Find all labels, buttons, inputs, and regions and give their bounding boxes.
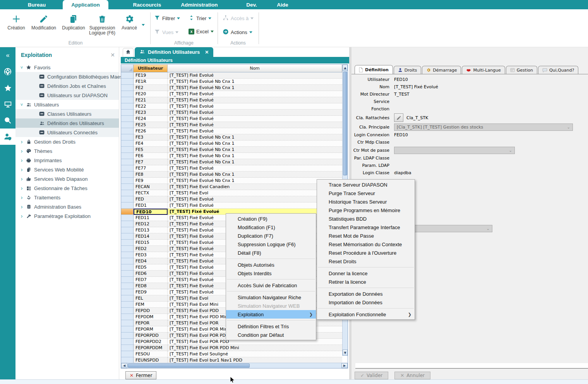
menu-item-duplication-f7[interactable]: Duplication (F7) [226,231,316,240]
cell-nom[interactable]: [T_TEST] Fixé Evolué [168,97,342,103]
menu-aide[interactable]: Aide [269,0,296,9]
cell-utilisateur[interactable]: FE77 [134,165,168,171]
row-selector[interactable] [121,184,134,190]
modification-button[interactable]: Modification [29,12,59,31]
chevron-down-icon[interactable]: ˅ [19,102,25,107]
cell-utilisateur[interactable]: FESOU [134,351,168,357]
table-row-FEPORPDDM[interactable]: FEPORPDDM[T_TEST] Fixé Evol POR PDD Mini [121,345,348,351]
table-row-FE8[interactable]: FE8[T_TEST] Fixé Evolué Nb Cnx 1 [121,171,348,178]
tab-home[interactable] [123,48,134,57]
cell-nom[interactable]: [T_TEST] Fixé Evolué [168,202,342,209]
cell-utilisateur[interactable]: FE22 [134,103,168,110]
cell-nom[interactable]: [T_TEST] Fixé Evolué Nb Cnx 1 [168,178,342,184]
row-selector[interactable] [121,128,134,134]
cell-nom[interactable]: [T_TEST] Fixé Evolué [168,110,342,116]
row-selector[interactable] [121,233,134,240]
menu-item-objets-autoris-s[interactable]: Objets Autorisés [226,261,316,269]
cell-nom[interactable]: [T_TEST] Fixé Evolué [168,196,342,202]
field-value-nom[interactable]: [T_TEST] Fixé Evolué [394,84,438,89]
cell-utilisateur[interactable]: FE26 [134,128,168,134]
table-row-FE3[interactable]: FE3[T_TEST] Fixé Evolué Nb Cnx 1 [121,134,348,141]
rail-collapse-icon[interactable]: « [0,47,15,63]
row-selector[interactable] [121,258,134,264]
sidebar-item-utilisateurs-connect-s[interactable]: Utilisateurs Connectés [15,128,119,137]
cell-utilisateur[interactable]: FED8 [134,283,168,289]
row-selector[interactable] [121,302,134,308]
sidebar-item-traitements[interactable]: ›Traitements [15,193,119,202]
table-row-FE6[interactable]: FE6[T_TEST] Fixé Evolué Nb Cnx 1 [121,153,348,159]
vertical-scroll-thumb[interactable] [343,72,347,175]
menu-item-importation-de-donn-es[interactable]: Importation de Données [317,298,415,307]
table-row-FE22[interactable]: FE22[T_TEST] Fixé Evolué [121,103,348,110]
cell-nom[interactable]: [T_TEST] Fixé Evol Souligné [168,351,342,357]
table-row-FE5[interactable]: FE5[T_TEST] Fixé Evolué Nb Cnx 1 [121,147,348,153]
row-selector[interactable] [121,277,134,283]
cell-utilisateur[interactable]: FEPORPDD2 [134,339,168,345]
cell-utilisateur[interactable]: FEPORM [134,326,168,333]
cell-utilisateur[interactable]: FE21 [134,97,168,103]
row-selector[interactable] [121,351,134,357]
field-value-login-classe[interactable]: diapdba [394,170,411,175]
rail-monitor-icon[interactable] [0,96,15,112]
cell-nom[interactable]: [T_TEST] Fixé Evolué Nb Cnx 1 [168,147,342,153]
rail-user-shield-icon[interactable] [0,129,15,145]
chevron-right-icon[interactable]: › [19,204,25,210]
menu-item-exportation-de-donn-es[interactable]: Exportation de Données [317,290,415,298]
cell-utilisateur[interactable]: FED12 [134,221,168,227]
cell-nom[interactable]: [T_TEST] Fixé Evolué Nb Cnx 1 [168,171,342,178]
table-row-FE77[interactable]: FE77[T_TEST] Fixé Evolué [121,165,348,171]
lookup-button-cla-rattach-es[interactable] [394,113,403,122]
sidebar-item-utilisateurs[interactable]: ˅Utilisateurs [15,100,119,109]
sidebar-item-services-web-mobilit[interactable]: ›Services Web Mobilité [15,165,119,174]
avance-caret-icon[interactable] [142,24,145,26]
menu-item-transfert-parametrage-interface[interactable]: Transfert Parametrage Interface [317,223,415,231]
row-selector[interactable] [121,221,134,227]
table-row-FECTX[interactable]: FECTX[T_TEST] Fixé Evol [121,190,348,196]
row-selector[interactable] [121,240,134,246]
cell-utilisateur[interactable]: FE24 [134,116,168,122]
menu-item-trace-serveur-diapason[interactable]: Trace Serveur DIAPASON [317,180,415,189]
actions-button[interactable]: Actions [223,29,252,36]
cell-nom[interactable]: [T_TEST] Fixé Evol [168,190,342,196]
cell-utilisateur[interactable]: FE6 [134,153,168,159]
duplication-button[interactable]: Duplication [60,12,87,31]
cell-nom[interactable]: [T_TEST] Fixé Evolué Nb Cnx 1 [168,134,342,141]
menu-application[interactable]: Application [63,0,108,9]
scroll-left-icon[interactable]: ◀ [121,363,127,368]
row-selector[interactable] [121,103,134,110]
cell-utilisateur[interactable]: FE20 [134,91,168,97]
row-selector[interactable] [121,314,134,320]
cell-utilisateur[interactable]: FED14 [134,233,168,240]
table-row-FE7[interactable]: FE7[T_TEST] Fixé Evolué Nb Cnx 1 [121,159,348,165]
row-selector[interactable] [121,85,134,91]
row-selector[interactable] [121,264,134,271]
table-row-FE9[interactable]: FE9[T_TEST] Fixé Evolué Nb Cnx 1 [121,178,348,184]
cell-utilisateur[interactable]: FE2 [134,85,168,91]
field-value-cla-rattach-es[interactable]: Cla_T_STK [406,115,428,120]
rail-star-icon[interactable] [0,80,15,96]
menu-item-donner-la-licence[interactable]: Donner la licence [317,269,415,278]
row-selector[interactable] [121,196,134,202]
cell-utilisateur[interactable]: FE19 [134,72,168,79]
cell-utilisateur[interactable]: FED11 [134,215,168,221]
cell-utilisateur[interactable]: FED3 [134,252,168,258]
cell-nom[interactable]: [T_TEST] Fixé Evolué Nb Cnx 1 [168,85,342,91]
cell-nom[interactable]: [T_TEST] Fixé Evolué [168,165,342,171]
row-selector[interactable] [121,326,134,333]
chevron-right-icon[interactable]: › [19,166,25,173]
table-row-FE1R[interactable]: FE1R[T_TEST] Fixé Evolué Nb Cnx 1 [121,79,348,85]
sidebar-item-services-web-diapason[interactable]: ›Services Web Diapason [15,174,119,183]
sidebar-item-configuration-biblioth-ques-maestro[interactable]: Configuration Bibliothèques Maestro [15,72,119,81]
cell-utilisateur[interactable]: FECTX [134,190,168,196]
row-selector[interactable] [121,153,134,159]
menu-item-statistiques-bdd[interactable]: Statistiques BDD [317,214,415,223]
row-selector[interactable] [121,320,134,326]
sidebar-item-param-trage-exploitation[interactable]: ›Paramétrage Exploitation [15,211,119,221]
chevron-right-icon[interactable]: › [19,213,25,219]
sidebar-item-administration-bases[interactable]: ›Administration Bases [15,202,119,211]
cell-utilisateur[interactable]: FEM [134,302,168,308]
row-selector[interactable] [121,116,134,122]
menu-bureau[interactable]: Bureau [14,0,60,9]
row-selector[interactable] [121,289,134,295]
row-selector[interactable] [121,171,134,178]
